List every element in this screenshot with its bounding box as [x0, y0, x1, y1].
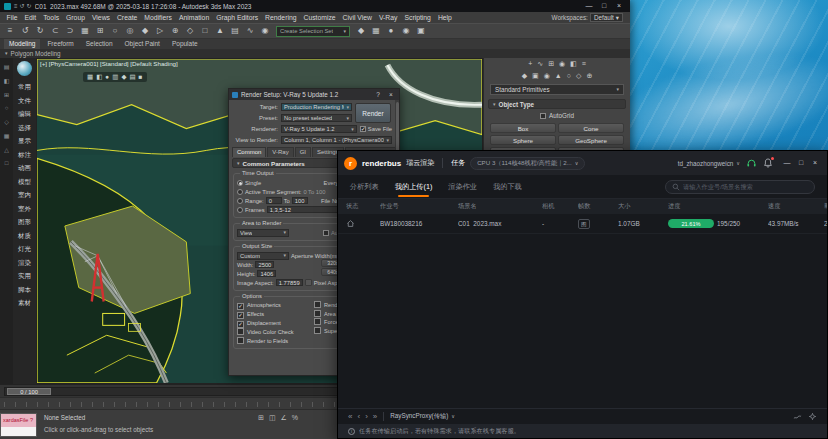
- renderbus-tab[interactable]: 我的下载: [493, 175, 522, 198]
- quick-access-icon[interactable]: ≡: [14, 0, 18, 12]
- pager-icon[interactable]: ›: [365, 409, 368, 425]
- dock-icon[interactable]: ▦: [4, 132, 10, 139]
- toolbar-icon[interactable]: ▣: [414, 24, 428, 38]
- command-panel-tab-icon[interactable]: ≡: [582, 60, 586, 68]
- menu-item[interactable]: V-Ray: [375, 12, 401, 23]
- pager-icon[interactable]: »: [373, 409, 377, 425]
- output-size-preset-dropdown[interactable]: Custom ▾: [237, 252, 289, 260]
- viewport-tool-icon[interactable]: ▤: [129, 73, 135, 81]
- sidebar-tab[interactable]: 灯光: [18, 242, 31, 256]
- option-checkbox[interactable]: Atmospherics: [237, 301, 310, 310]
- create-category-icon[interactable]: ▣: [532, 72, 539, 80]
- quick-access-icon[interactable]: ↺: [20, 0, 25, 12]
- viewport-tool-icon[interactable]: ◧: [96, 73, 102, 81]
- auto-region-checkbox[interactable]: [323, 230, 329, 236]
- titlebar[interactable]: ≡↺↻ C01_2023.max 492.68M @ 2025-03-18 17…: [0, 0, 630, 12]
- table-column-header[interactable]: 帧数: [578, 202, 618, 211]
- width-field[interactable]: 2500: [255, 261, 274, 268]
- render-setup-tab[interactable]: GI: [295, 147, 311, 157]
- create-category-icon[interactable]: ⊕: [586, 72, 592, 80]
- time-slider-handle[interactable]: 0 / 100: [7, 388, 51, 395]
- sidebar-tab[interactable]: 图形: [18, 215, 31, 229]
- sidebar-tab[interactable]: 显示: [18, 134, 31, 148]
- minimize-button[interactable]: —: [582, 0, 596, 12]
- toolbar-icon[interactable]: ◇: [183, 24, 197, 38]
- menu-item[interactable]: Views: [88, 12, 113, 23]
- user-menu[interactable]: td_zhaozhongweicn ∨: [678, 160, 740, 167]
- command-panel-tab-icon[interactable]: ⊞: [548, 60, 554, 68]
- renderbus-tab[interactable]: 分析列表: [350, 175, 379, 198]
- close-button[interactable]: ×: [612, 0, 626, 12]
- gear-icon[interactable]: [808, 412, 817, 421]
- command-panel-tab-icon[interactable]: ◧: [570, 60, 577, 68]
- toolbar-icon[interactable]: ▤: [228, 24, 242, 38]
- toolbar-icon[interactable]: ⊃: [63, 24, 77, 38]
- ribbon-panel-bar[interactable]: ▾ Polygon Modeling: [0, 49, 630, 58]
- table-column-header[interactable]: 进度: [668, 202, 768, 211]
- status-icon[interactable]: %: [292, 414, 298, 422]
- area-to-render-dropdown[interactable]: View ▾: [237, 229, 289, 237]
- viewport-tool-icon[interactable]: ▦: [87, 73, 93, 81]
- status-icon[interactable]: ◫: [269, 414, 276, 422]
- ribbon-tab[interactable]: Modeling: [4, 39, 40, 49]
- toolbar-icon[interactable]: ⊞: [93, 24, 107, 38]
- menu-item[interactable]: Scripting: [401, 12, 434, 23]
- maxscript-macro-line[interactable]: xardasFile ?: [1, 414, 36, 427]
- menu-item[interactable]: Group: [63, 12, 89, 23]
- table-column-header[interactable]: 大小: [618, 202, 668, 211]
- menu-item[interactable]: Civil View: [339, 12, 375, 23]
- sidebar-tab[interactable]: 渲染: [18, 256, 31, 270]
- menu-item[interactable]: Customize: [300, 12, 339, 23]
- toolbar-icon[interactable]: ◉: [399, 24, 413, 38]
- command-panel-tab-icon[interactable]: ◉: [559, 60, 565, 68]
- target-dropdown[interactable]: Production Rendering Mode ▾: [281, 103, 352, 111]
- dock-icon[interactable]: □: [5, 160, 9, 166]
- toolbar-icon[interactable]: ◆: [138, 24, 152, 38]
- workspaces-dropdown[interactable]: Default ▾: [590, 13, 623, 22]
- table-column-header[interactable]: 场景名: [458, 202, 542, 211]
- height-field[interactable]: 1406: [257, 270, 276, 277]
- ribbon-tab[interactable]: Populate: [167, 39, 203, 49]
- radio-active-time-segment[interactable]: [237, 189, 243, 195]
- menu-item[interactable]: File: [3, 12, 21, 23]
- option-checkbox[interactable]: Displacement: [237, 319, 310, 328]
- option-checkbox[interactable]: Render to Fields: [237, 337, 310, 346]
- menu-item[interactable]: Edit: [21, 12, 40, 23]
- image-aspect-field[interactable]: 1.77859: [276, 279, 303, 286]
- range-to-field[interactable]: 100: [292, 197, 308, 204]
- toolbar-icon[interactable]: ≡: [3, 24, 17, 38]
- viewport-tool-icon[interactable]: ■: [139, 73, 143, 81]
- pager-icon[interactable]: ‹: [357, 409, 360, 425]
- toolbar-icon[interactable]: ⊕: [168, 24, 182, 38]
- cluster-selector[interactable]: CPU 3（114核48线程/高性能｜2... ∨: [470, 157, 585, 170]
- renderer-dropdown[interactable]: V-Ray 5 Update 1.2 ▾: [281, 125, 357, 133]
- renderbus-titlebar[interactable]: r renderbus 瑞云渲染 任务 CPU 3（114核48线程/高性能｜2…: [338, 151, 827, 175]
- toolbar-icon[interactable]: ▦: [369, 24, 383, 38]
- toolbar-icon[interactable]: ↻: [33, 24, 47, 38]
- range-from-field[interactable]: 0: [266, 197, 282, 204]
- primitive-button[interactable]: Cone: [558, 123, 624, 133]
- create-category-icon[interactable]: ○: [567, 72, 571, 80]
- renderbus-tab[interactable]: 我的上传(1): [395, 175, 433, 198]
- toolbar-icon[interactable]: ◉: [258, 24, 272, 38]
- sidebar-tab[interactable]: 动画: [18, 161, 31, 175]
- minimize-button[interactable]: —: [781, 151, 793, 175]
- render-setup-tab[interactable]: V-Ray: [267, 147, 293, 157]
- table-column-header[interactable]: 作业号: [380, 202, 458, 211]
- dock-icon[interactable]: △: [4, 146, 9, 153]
- toolbar-icon[interactable]: ◆: [354, 24, 368, 38]
- plugin-logo-icon[interactable]: [17, 61, 32, 76]
- search-box[interactable]: [665, 180, 815, 194]
- primitive-category-dropdown[interactable]: Standard Primitives ▾: [490, 84, 624, 95]
- search-input[interactable]: [683, 183, 808, 190]
- sidebar-tab[interactable]: 常用: [18, 80, 31, 94]
- dock-icon[interactable]: ⊞: [4, 91, 9, 98]
- toolbar-icon[interactable]: □: [198, 24, 212, 38]
- dock-icon[interactable]: ▤: [4, 63, 10, 70]
- viewport-label[interactable]: [+] [PhysCamera001] [Standard] [Default …: [40, 60, 178, 67]
- sidebar-tab[interactable]: 脚本: [18, 283, 31, 297]
- render-setup-tab[interactable]: Common: [232, 147, 266, 157]
- toolbar-icon[interactable]: ●: [384, 24, 398, 38]
- toolbar-icon[interactable]: ∿: [243, 24, 257, 38]
- command-panel-tab-icon[interactable]: ∿: [537, 60, 543, 68]
